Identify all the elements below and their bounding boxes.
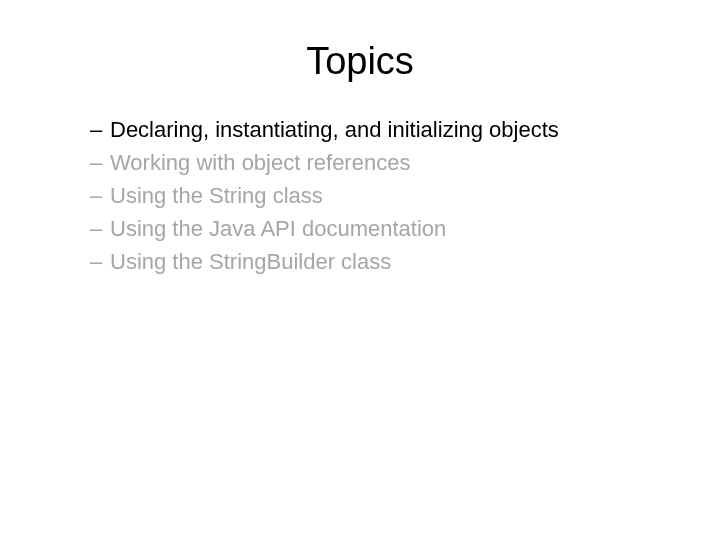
slide: Topics Declaring, instantiating, and ini…: [0, 0, 720, 540]
list-item: Declaring, instantiating, and initializi…: [90, 113, 660, 146]
list-item: Using the StringBuilder class: [90, 245, 660, 278]
page-title: Topics: [60, 40, 660, 83]
list-item: Using the String class: [90, 179, 660, 212]
list-item: Working with object references: [90, 146, 660, 179]
list-item: Using the Java API documentation: [90, 212, 660, 245]
topic-list: Declaring, instantiating, and initializi…: [60, 113, 660, 278]
